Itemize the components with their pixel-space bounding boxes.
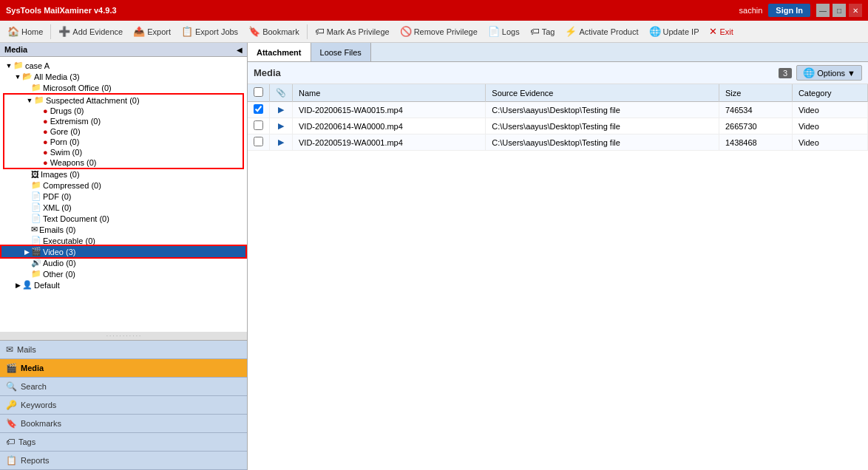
tree-drugs[interactable]: ● Drugs (0) <box>4 106 243 116</box>
resize-handle[interactable]: · · · · · · · · · · · <box>0 332 247 340</box>
suspected-folder-icon: 📁 <box>34 95 44 105</box>
tree-microsoft-office[interactable]: 📁 Microsoft Office (0) <box>1 82 245 93</box>
table-body: ▶ VID-20200615-WA0015.mp4 C:\Users\aayus… <box>248 102 868 151</box>
tree-all-media-label: All Media (3) <box>34 72 80 81</box>
tree-all-media[interactable]: ▼ 📂 All Media (3) <box>1 71 245 82</box>
tree-gore-label: Gore (0) <box>50 127 81 136</box>
executable-icon: 📄 <box>31 236 41 245</box>
compressed-icon: 📁 <box>31 180 41 190</box>
remove-privilege-button[interactable]: 🚫 Remove Privilege <box>396 23 482 41</box>
tree-executable[interactable]: 📄 Executable (0) <box>1 235 245 246</box>
row-attach-0: ▶ <box>270 102 293 118</box>
nav-item-search[interactable]: 🔍Search <box>0 378 247 396</box>
tags-icon: 🏷 <box>6 437 15 447</box>
nav-item-mails[interactable]: ✉Mails <box>0 341 247 359</box>
row-check-0[interactable] <box>254 104 263 114</box>
suspected-attachment-box: ▼ 📁 Suspected Attachment (0) ● Drugs (0)… <box>3 93 244 169</box>
pdf-icon: 📄 <box>31 191 41 201</box>
row-checkbox-1[interactable] <box>248 118 270 134</box>
minimize-button[interactable]: — <box>816 4 830 17</box>
nav-label-search: Search <box>21 382 47 391</box>
row-check-2[interactable] <box>254 137 263 146</box>
tree-audio[interactable]: 🔊 Audio (0) <box>1 257 245 268</box>
expand-all-media-icon[interactable]: ▼ <box>13 73 22 81</box>
default-user-icon: 👤 <box>22 280 33 290</box>
toolbar: 🏠 Home ➕ Add Evidence 📤 Export 📋 Export … <box>0 21 868 43</box>
row-checkbox-2[interactable] <box>248 134 270 151</box>
weapons-icon: ● <box>43 158 48 167</box>
tree-text-document[interactable]: 📄 Text Document (0) <box>1 213 245 224</box>
tag-icon: 🏷 <box>530 26 540 37</box>
tree-images[interactable]: 🖼 Images (0) <box>1 169 245 180</box>
tree-other[interactable]: 📁 Other (0) <box>1 268 245 279</box>
row-category-0: Video <box>792 102 867 118</box>
col-category: Category <box>792 84 867 102</box>
bookmark-icon: 🔖 <box>248 26 260 37</box>
expand-default-icon[interactable]: ▶ <box>13 282 22 289</box>
nav-item-bookmarks[interactable]: 🔖Bookmarks <box>0 415 247 433</box>
export-jobs-button[interactable]: 📋 Export Jobs <box>177 23 243 41</box>
bookmark-button[interactable]: 🔖 Bookmark <box>244 23 304 41</box>
video-icon: 🎬 <box>31 247 41 256</box>
nav-item-reports[interactable]: 📋Reports <box>0 452 247 470</box>
update-ip-button[interactable]: 🌐 Update IP <box>645 23 704 41</box>
expand-video-icon[interactable]: ▶ <box>22 248 31 256</box>
sign-in-button[interactable]: Sign In <box>768 4 810 17</box>
content-controls: 3 🌐 Options ▼ <box>779 65 862 81</box>
mark-privilege-button[interactable]: 🏷 Mark As Privilege <box>311 23 394 41</box>
row-checkbox-0[interactable] <box>248 102 270 118</box>
left-panel: Media ◀ ▼ 📁 case A ▼ 📂 All Media (3) <box>0 43 248 470</box>
tab-attachment[interactable]: Attachment <box>248 43 311 61</box>
options-button[interactable]: 🌐 Options ▼ <box>796 65 862 81</box>
drugs-icon: ● <box>43 106 48 115</box>
expand-suspected-icon[interactable]: ▼ <box>25 97 34 104</box>
nav-label-reports: Reports <box>21 456 50 465</box>
nav-item-tags[interactable]: 🏷Tags <box>0 433 247 452</box>
nav-item-media[interactable]: 🎬Media <box>0 359 247 378</box>
expand-root-icon[interactable]: ▼ <box>4 62 13 69</box>
export-button[interactable]: 📤 Export <box>129 23 175 41</box>
tree-emails[interactable]: ✉ Emails (0) <box>1 224 245 235</box>
select-all-checkbox[interactable] <box>254 87 263 97</box>
row-check-1[interactable] <box>254 120 263 130</box>
collapse-button[interactable]: ◀ <box>237 46 243 54</box>
tree-suspected-attachment[interactable]: ▼ 📁 Suspected Attachment (0) <box>4 95 243 106</box>
tree-extremism[interactable]: ● Extremism (0) <box>4 116 243 126</box>
tree-swim-label: Swim (0) <box>50 148 82 157</box>
extremism-icon: ● <box>43 117 48 126</box>
table-header-row: 📎 Name Source Evidence Size Category <box>248 84 868 102</box>
tree-video[interactable]: ▶ 🎬 Video (3) <box>1 246 245 257</box>
tree-weapons[interactable]: ● Weapons (0) <box>4 157 243 168</box>
col-source-evidence: Source Evidence <box>486 84 719 102</box>
tree-default[interactable]: ▶ 👤 Default <box>1 279 245 290</box>
tag-button[interactable]: 🏷 Tag <box>526 23 560 41</box>
maximize-button[interactable]: □ <box>833 4 846 17</box>
home-button[interactable]: 🏠 Home <box>3 23 47 41</box>
media-table: 📎 Name Source Evidence Size Category ▶ V… <box>248 84 868 151</box>
tree-swim[interactable]: ● Swim (0) <box>4 147 243 157</box>
close-button[interactable]: ✕ <box>849 4 862 17</box>
gore-icon: ● <box>43 127 48 136</box>
tree-xml[interactable]: 📄 XML (0) <box>1 202 245 213</box>
left-panel-header: Media ◀ <box>0 43 247 57</box>
tree-root[interactable]: ▼ 📁 case A <box>1 60 245 71</box>
tab-loose_files[interactable]: Loose Files <box>311 43 371 61</box>
tree-pdf[interactable]: 📄 PDF (0) <box>1 191 245 202</box>
tabs-bar: AttachmentLoose Files <box>248 43 868 62</box>
tree-compressed[interactable]: 📁 Compressed (0) <box>1 180 245 191</box>
row-attach-1: ▶ <box>270 118 293 134</box>
tree-porn[interactable]: ● Porn (0) <box>4 137 243 147</box>
activate-product-button[interactable]: ⚡ Activate Product <box>560 23 642 41</box>
nav-item-keywords[interactable]: 🔑Keywords <box>0 396 247 415</box>
add-evidence-button[interactable]: ➕ Add Evidence <box>54 23 127 41</box>
exit-button[interactable]: ✕ Exit <box>705 23 737 41</box>
row-name-2: VID-20200519-WA0001.mp4 <box>293 134 486 151</box>
content-area: Media 3 🌐 Options ▼ <box>248 62 868 470</box>
tree-other-label: Other (0) <box>43 270 75 279</box>
logs-button[interactable]: 📄 Logs <box>484 23 524 41</box>
row-category-1: Video <box>792 118 867 134</box>
tree-audio-label: Audio (0) <box>43 259 76 268</box>
tree-gore[interactable]: ● Gore (0) <box>4 126 243 137</box>
main-layout: Media ◀ ▼ 📁 case A ▼ 📂 All Media (3) <box>0 43 868 470</box>
options-dropdown-icon: ▼ <box>847 69 855 78</box>
